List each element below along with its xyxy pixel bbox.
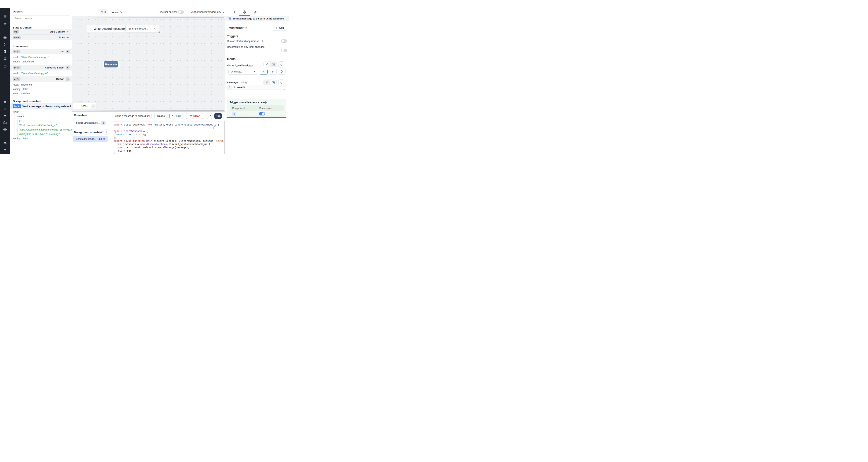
fork-button[interactable]: Fork xyxy=(169,113,184,119)
ctx-type-label: App Context xyxy=(50,30,65,33)
resize-handle[interactable] xyxy=(158,32,160,33)
resource-select-component[interactable]: Example resou... xyxy=(125,25,159,32)
users-icon[interactable] xyxy=(3,100,7,104)
runnable-item-hub[interactable]: hub/1511/discord/se... c xyxy=(74,120,108,126)
static-edit-button[interactable] xyxy=(264,80,270,85)
run-mode-select[interactable]: once xyxy=(112,11,118,14)
function-icon: f xyxy=(272,81,275,84)
state-row[interactable]: state State xyxy=(10,35,72,40)
chevron-down-icon[interactable] xyxy=(67,31,69,33)
clear-x-icon[interactable] xyxy=(253,70,255,73)
resource-select-value: Example resou... xyxy=(128,27,148,30)
component-a-badge: a xyxy=(13,50,21,54)
info-icon[interactable] xyxy=(221,10,224,13)
static-edit-button[interactable] xyxy=(264,62,270,67)
refresh-resource-button[interactable] xyxy=(278,69,286,75)
collapse-sidebar-icon[interactable] xyxy=(3,148,7,152)
component-c-type: Button xyxy=(56,78,64,80)
collapse-button[interactable] xyxy=(66,50,69,54)
active-tab-underline xyxy=(239,15,250,16)
edit-resource-button[interactable] xyxy=(259,69,268,75)
info-icon[interactable] xyxy=(101,131,103,133)
runnables-title: Runnables xyxy=(74,113,87,117)
outputs-panel: Outputs State & Context ctx App Context … xyxy=(10,8,72,154)
workspace-icon[interactable] xyxy=(3,14,7,18)
panel-scrollbar-thumb[interactable] xyxy=(289,94,289,104)
info-icon[interactable] xyxy=(264,101,267,104)
runs-icon[interactable] xyxy=(3,42,7,46)
code-editor[interactable]: import discordwebhook from "https://deno… xyxy=(111,121,224,154)
component-b-row[interactable]: b Resource Select xyxy=(10,65,72,70)
ctx-row[interactable]: ctx App Context xyxy=(10,29,72,35)
folders-icon[interactable] xyxy=(3,121,7,125)
eval-button[interactable]: f xyxy=(270,62,276,67)
collapse-button[interactable] xyxy=(66,77,69,81)
chevron-down-icon[interactable] xyxy=(120,10,123,14)
code-scrollbar[interactable] xyxy=(224,121,225,154)
recompute-c-toggle[interactable] xyxy=(259,112,265,116)
script-name-input[interactable] xyxy=(113,113,152,119)
info-icon[interactable] xyxy=(262,40,265,42)
expand-editor-button[interactable] xyxy=(282,88,285,91)
edit-pencil-icon[interactable] xyxy=(68,105,70,107)
hide-bar-toggle[interactable] xyxy=(178,10,184,14)
plus-icon xyxy=(275,27,278,29)
hand-pointer-icon xyxy=(17,66,19,69)
schedules-icon[interactable] xyxy=(3,64,7,68)
run-button[interactable]: Run xyxy=(214,113,222,119)
chevron-down-icon[interactable] xyxy=(67,36,69,39)
component-settings-panel: f Send a message to discord using webhoo… xyxy=(225,8,289,154)
resources-icon[interactable] xyxy=(3,57,7,61)
eval-button[interactable]: f xyxy=(270,80,276,85)
help-icon[interactable] xyxy=(3,142,7,145)
component-a-row[interactable]: a Text xyxy=(10,48,72,55)
clear-x-icon[interactable] xyxy=(154,27,156,30)
table-header: Component Recompute xyxy=(230,105,284,111)
tab-insert[interactable] xyxy=(232,10,237,14)
copy-code-icon[interactable] xyxy=(213,126,216,129)
audit-logs-icon[interactable] xyxy=(3,128,7,131)
variables-icon[interactable]: $ xyxy=(4,50,6,54)
recompute-any-toggle[interactable] xyxy=(281,48,287,52)
zoom-in-button[interactable] xyxy=(91,104,96,109)
app-canvas[interactable]: Write Discord message: Example resou... … xyxy=(72,16,225,111)
resize-handle[interactable] xyxy=(119,67,120,68)
component-c-row[interactable]: c Button xyxy=(10,76,72,82)
input-message-type: string xyxy=(241,81,247,84)
collapse-button[interactable] xyxy=(66,66,69,69)
button-component-frame: Press me xyxy=(103,61,120,68)
clear-button[interactable]: Clear xyxy=(186,113,203,119)
tab-styling[interactable] xyxy=(253,10,257,14)
connect-input-button[interactable] xyxy=(278,79,284,86)
favorites-icon[interactable] xyxy=(3,22,7,26)
message-expr-editor[interactable]: 1 b.result xyxy=(227,85,286,90)
home-icon[interactable] xyxy=(3,35,7,39)
trash-icon xyxy=(189,114,192,118)
runnable-item-bg0-selected[interactable]: Send a message... bg_0 xyxy=(73,136,108,142)
bg-runnables-title: Background runnables xyxy=(74,131,102,134)
function-icon: f xyxy=(272,63,275,66)
add-bg-runnable-button[interactable] xyxy=(103,129,109,134)
c-result-kv: result:undefined xyxy=(13,83,32,86)
bg0-badge: bg_0 xyxy=(13,104,21,108)
refresh-count-button[interactable]: 0 xyxy=(99,9,108,15)
cache-button[interactable]: Cache xyxy=(154,113,168,119)
search-outputs-input[interactable] xyxy=(13,15,69,21)
workers-icon[interactable] xyxy=(3,114,7,118)
create-resource-button[interactable] xyxy=(269,69,277,75)
press-me-button[interactable]: Press me xyxy=(104,61,118,67)
connect-input-button[interactable] xyxy=(278,61,284,67)
run-on-start-toggle[interactable] xyxy=(281,39,287,43)
bg0-row[interactable]: bg_0 Send a message to discord using web… xyxy=(10,103,72,109)
refresh-script-button[interactable] xyxy=(207,113,212,119)
add-transformer-button[interactable]: Add xyxy=(273,25,286,31)
trigger-runnables-table: Component Recompute c xyxy=(230,105,284,117)
expand-diagonal-icon xyxy=(283,89,285,91)
info-icon[interactable] xyxy=(244,27,247,29)
tab-settings[interactable] xyxy=(243,10,247,14)
resource-picker[interactable]: u/henri/te... xyxy=(228,69,258,75)
author-label: Author henri@windmill.dev xyxy=(191,11,221,13)
bg-error-line2: 'https://discord.com/api/webhooks/117254… xyxy=(19,128,72,131)
zoom-out-icon[interactable] xyxy=(75,105,78,108)
settings-icon[interactable] xyxy=(3,107,7,111)
